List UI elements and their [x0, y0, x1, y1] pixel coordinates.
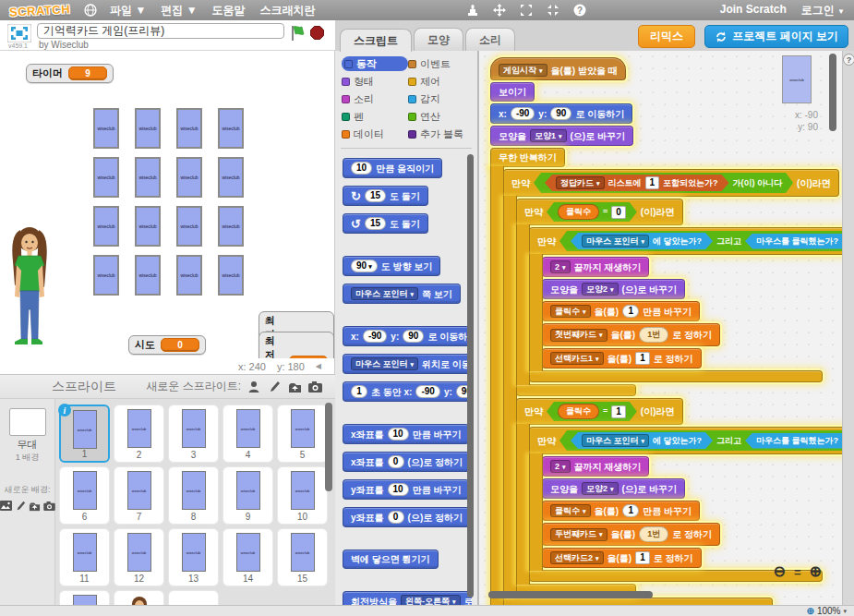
zoom-out-icon[interactable]: ⊖ — [774, 564, 786, 579]
category-3[interactable]: 제어 — [408, 74, 473, 89]
palette-block-9[interactable]: x좌표를0(으)로 정하기 — [343, 452, 471, 472]
palette-block-12[interactable]: 벽에 닿으면 튕기기 — [343, 550, 439, 569]
stage-card[interactable]: wiseclub — [218, 157, 244, 198]
category-4[interactable]: 소리 — [342, 91, 408, 106]
category-6[interactable]: 펜 — [342, 109, 408, 124]
number-input[interactable]: -90 — [511, 107, 535, 120]
sprite-item-empty[interactable] — [168, 590, 219, 605]
palette-block-6[interactable]: 마우스 포인터▾위치로 이동하기 — [343, 354, 472, 374]
palette-block-11[interactable]: y좌표를0(으)로 정하기 — [343, 507, 471, 527]
dropdown[interactable]: 마우스 포인터▾ — [351, 357, 418, 370]
scratch-logo[interactable]: SCRATCH — [9, 2, 71, 18]
script-block[interactable]: 2▾끝까지 재생하기 — [542, 456, 649, 477]
sprite-item-8[interactable]: wiseclub8 — [168, 466, 219, 525]
boolean-block[interactable]: 정답카드▾리스트에1포함되었는가? — [545, 175, 729, 191]
c-block-footer[interactable] — [529, 370, 823, 382]
dropdown[interactable]: 클릭수▾ — [550, 305, 591, 318]
scripts-horizontal-scrollbar[interactable] — [488, 591, 653, 598]
c-block-header[interactable]: 만약클릭수=1(이)라면 — [516, 398, 683, 425]
stage-card[interactable]: wiseclub — [135, 255, 161, 296]
c-block-header[interactable]: 만약마우스 포인터▾에 닿았는가?그리고마우스를 클릭했는가?(이)라면 — [529, 227, 842, 255]
script-block[interactable]: 클릭수▾을(를)1만큼 바꾸기 — [542, 301, 700, 321]
remix-button[interactable]: 리믹스 — [638, 25, 695, 48]
stage-card[interactable]: wiseclub — [135, 108, 161, 149]
stage-card[interactable]: wiseclub — [176, 255, 202, 296]
stage-card[interactable]: wiseclub — [93, 255, 119, 296]
category-7[interactable]: 연산 — [408, 109, 473, 124]
sprite-item-12[interactable]: wiseclub12 — [114, 528, 164, 586]
stamp-icon[interactable] — [466, 4, 480, 18]
number-input[interactable]: 10 — [388, 483, 409, 496]
c-block-header[interactable]: 무한 반복하기 — [490, 148, 565, 167]
zoom-in-icon[interactable]: ⊕ — [810, 564, 822, 579]
text-input[interactable]: 1 — [611, 405, 626, 418]
number-input[interactable]: 10 — [388, 428, 409, 441]
backdrop-paint-icon[interactable] — [15, 499, 26, 513]
sprite-item-2[interactable]: wiseclub2 — [114, 405, 164, 463]
shrink-icon[interactable] — [547, 4, 560, 18]
tab-1[interactable]: 모양 — [414, 28, 463, 51]
palette-block-13[interactable]: 회전방식을왼쪽-오른쪽▾로 정하기 — [343, 591, 472, 605]
palette-block-8[interactable]: x좌표를10만큼 바꾸기 — [343, 424, 469, 444]
dropdown[interactable]: 두번째카드▾ — [550, 528, 607, 541]
dropdown[interactable]: 2▾ — [550, 260, 571, 273]
green-flag-button[interactable] — [290, 25, 307, 42]
dropdown[interactable]: 마우스 포인터▾ — [351, 287, 418, 300]
globe-icon[interactable] — [83, 4, 97, 18]
stage-card[interactable]: wiseclub — [176, 157, 202, 198]
boolean-block[interactable]: 마우스를 클릭했는가? — [745, 433, 842, 449]
category-1[interactable]: 이벤트 — [408, 56, 473, 71]
number-input[interactable]: 1 — [351, 385, 367, 398]
sprite-item-7[interactable]: wiseclub7 — [114, 466, 164, 525]
stage-card[interactable]: wiseclub — [218, 206, 244, 247]
scripts-pane[interactable]: 게임시작▾을(를) 받았을 때보이기x:-90y:90로 이동하기모양을모양1▾… — [478, 51, 842, 605]
script-block[interactable]: x:-90y:90로 이동하기 — [490, 103, 632, 124]
palette-scrollbar[interactable] — [467, 154, 474, 598]
stage-card[interactable]: wiseclub — [218, 255, 244, 296]
backdrop-upload-icon[interactable] — [29, 499, 41, 513]
script-block[interactable]: 모양을모양2▾(으)로 바꾸기 — [542, 279, 685, 299]
number-input[interactable]: 90 — [550, 107, 571, 120]
menu-item-1[interactable]: 편집 ▼ — [161, 3, 197, 18]
boolean-block[interactable]: 마우스 포인터▾에 닿았는가?그리고마우스를 클릭했는가? — [559, 231, 842, 251]
camera-icon[interactable] — [307, 380, 322, 393]
dropdown[interactable]: 클릭수▾ — [550, 504, 591, 517]
text-input[interactable]: 0 — [611, 206, 626, 219]
boolean-block[interactable]: 마우스 포인터▾에 닿았는가? — [571, 432, 713, 449]
palette-block-5[interactable]: x:-90y:90로 이동하기 — [343, 326, 472, 346]
stage-card[interactable]: wiseclub — [93, 206, 119, 247]
sprite-item-9[interactable]: wiseclub9 — [223, 466, 273, 525]
stage-card[interactable]: wiseclub — [176, 206, 202, 247]
upload-icon[interactable] — [287, 380, 302, 393]
scripts-vertical-scrollbar[interactable] — [829, 54, 836, 131]
sprite-item-14[interactable]: wiseclub14 — [223, 528, 273, 586]
number-input[interactable]: 1 — [622, 305, 639, 318]
category-8[interactable]: 데이터 — [342, 127, 408, 141]
stage-card[interactable]: wiseclub — [93, 108, 119, 149]
palette-block-4[interactable]: 마우스 포인터▾쪽 보기 — [343, 284, 461, 304]
sprite-item-4[interactable]: wiseclub4 — [223, 405, 273, 463]
stage-card[interactable]: wiseclub — [218, 108, 244, 149]
backdrop-library-icon[interactable] — [0, 499, 12, 513]
number-input[interactable]: 15 — [365, 217, 386, 230]
sprite-item-5[interactable]: wiseclub5 — [277, 405, 328, 463]
dropdown[interactable]: 모양2▾ — [582, 283, 619, 296]
stage-card[interactable]: wiseclub — [135, 206, 161, 247]
category-2[interactable]: 형태 — [342, 74, 408, 89]
sprite-item-girl[interactable] — [114, 590, 164, 605]
watcher-tries[interactable]: 시도 0 — [128, 335, 206, 355]
sprite-item-13[interactable]: wiseclub13 — [168, 528, 219, 586]
girl-sprite[interactable] — [2, 224, 57, 358]
paintbrush-icon[interactable] — [267, 380, 282, 393]
c-block-footer[interactable] — [516, 384, 636, 396]
boolean-block[interactable]: 마우스 포인터▾에 닿았는가?그리고마우스를 클릭했는가? — [559, 430, 842, 451]
dropdown[interactable]: 모양1▾ — [530, 129, 567, 142]
c-block-header[interactable]: 만약마우스 포인터▾에 닿았는가?그리고마우스를 클릭했는가?(이)라면 — [529, 427, 842, 454]
boolean-block[interactable]: 정답카드▾리스트에1포함되었는가?가(이) 아니다 — [534, 173, 793, 193]
dropdown[interactable]: 선택카드1▾ — [550, 352, 604, 365]
menu-item-3[interactable]: 스크래치란 — [260, 3, 316, 18]
stage-card[interactable]: wiseclub — [135, 157, 161, 198]
dropdown[interactable]: 모양2▾ — [582, 482, 619, 495]
stage-card[interactable]: wiseclub — [93, 157, 119, 198]
stage-selector[interactable]: 무대 1 배경 새로운 배경: — [0, 399, 55, 605]
